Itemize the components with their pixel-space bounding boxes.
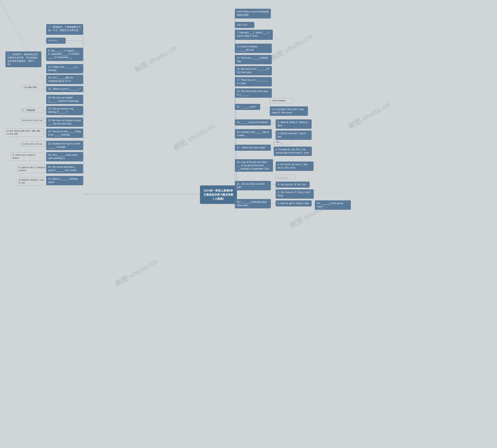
q31-ans1-node: A. Yes, you do . B. No, I do. <box>276 182 310 188</box>
q28-opt-node: A. game B. trip C. contest D. concert <box>17 165 49 173</box>
q31-ans2-node: C. Yes, there is. D. Sorry, I don't know… <box>276 189 314 199</box>
q28-node: 28. Vera ______ know when Jeff's birthda… <box>46 152 83 161</box>
q16-node: 16. –When is your b________? <box>46 86 83 92</box>
q19-node: 19. The first month of the year is J____… <box>235 88 272 98</box>
q33-ans-node: A. have B. get C. bring D. take <box>276 200 311 207</box>
watermark-2: 树图 shuitu.cn <box>269 32 314 63</box>
q32-node: 32. When is ______ birthday party? <box>46 176 83 185</box>
q17-node: 17. There are 12 m ________ in a year. <box>235 77 272 86</box>
q12-node: 12. Today is her _______(八) birthday. <box>46 64 83 73</box>
q24-node: 24. The boy is only ____. Today is his _… <box>46 128 83 138</box>
q11-node: 11. David is thirteen _______(年) old. <box>235 44 272 53</box>
q30-opt-node: A. David B. David's C. you D. him <box>17 177 47 186</box>
q14-node: 14. Let's ______(看) the volleyball game … <box>46 75 83 84</box>
q24-opt-node: A. in B. at C. on D. to <box>20 141 48 147</box>
q1-node: 1. February ___2. March ___ 3. April 4. … <box>235 30 273 40</box>
q16-prompt-node: –It's May 26th <box>22 85 44 90</box>
watermark-3: 树图 shuitu.cn <box>346 100 392 131</box>
q25-ans-node: A. third B. second C. first D. last <box>276 130 311 140</box>
mindmap-container: 2014初一英语上册第8单 元基础知识复习题含答案( 人教版) Unit 8 W… <box>0 0 497 448</box>
q27-main-node: 27. –What's the date today? <box>235 145 271 151</box>
q27-ans2-node: A. Tuesday B. July 7th C. the second day… <box>274 147 312 156</box>
q23-main-node: 23. _____ is your Art Festival? <box>235 119 271 126</box>
q13-node: 13. This is my ______(外祖母) bag. <box>235 55 272 64</box>
q21-ans2-node: A. H ow big B. How old C. How many D. Ho… <box>270 106 308 116</box>
q27-ans1-node: –It's ___ <box>274 139 291 145</box>
q20-node: 20. Can you come to my birthday P______? <box>46 106 83 115</box>
q34-node: 34. _______ is this pencil case? <box>315 200 351 210</box>
svg-line-27 <box>83 68 83 71</box>
q6-node: 6. July ______ 7. August____ 8. Septembe… <box>46 48 83 61</box>
q25-main-node: 25. Sunday is the _____ day of a week. <box>235 129 272 138</box>
watermark-4: 树图 shuitu.cn <box>172 121 217 153</box>
q31-blank-node: –________ <box>276 174 295 180</box>
q33-main-node: 33. I ______ a birthday party every year… <box>235 199 271 208</box>
q21-main-node: 21. – _____ is he? <box>235 104 260 110</box>
q15-node: 15. We have an Art _______(节日) every yea… <box>235 66 272 75</box>
q20-opt-node: A. in B. at C. on D. of <box>20 118 48 123</box>
unit8-title: Unit 8 When is your birthday基础知识巩固 <box>235 9 271 18</box>
q29-main-node: 29. Look at the girl over there. ___ is … <box>235 159 273 172</box>
center-node: 2014初一英语上册第8单 元基础知识复习题含答案( 人教版) <box>200 185 237 204</box>
q23-ans-node: A. What B. When C. Which D. Who <box>276 119 311 129</box>
q31-main-node: 31. –Do you have a school trip? <box>235 181 271 190</box>
sec1-header-node: 一、图词配对，下面每幅图片代表一个月，请把它们分辨出来。 <box>46 24 83 35</box>
fghij-node: F G H I J <box>46 38 66 44</box>
sec2-header-node: 二、单词拼写，根据所给汉语注释及文首字母，写出空缺处各单词的正确形式，每空一词。 <box>5 51 41 67</box>
q30-node: 30. Our school will have a speech ______… <box>46 164 83 173</box>
abcde-node: A B C D E <box>235 22 254 28</box>
q18-node: 18. We have an English s______ contest o… <box>46 95 83 104</box>
q21-ans1-node: –He's fourteen. <box>270 98 293 103</box>
sec3-header-node: 三、单项选择。 <box>20 108 44 113</box>
q26-node: 26. Students don't go to school ______ S… <box>46 141 83 150</box>
q29-ans-node: A. He; his B. He; he's C. She; her D. Sh… <box>276 161 313 171</box>
q26-opt-node: A. not B. isn't C. don't D. doesn't <box>11 152 45 161</box>
watermark-1: 树图 shuitu.cn <box>133 43 178 75</box>
watermark-6: 树图 shuitu.cn <box>113 257 159 288</box>
q22-node: 22. We have an English concert ___ July … <box>46 117 83 127</box>
q22-opt-node: A. five; five B. fifth; five C. fifth; f… <box>5 128 44 137</box>
